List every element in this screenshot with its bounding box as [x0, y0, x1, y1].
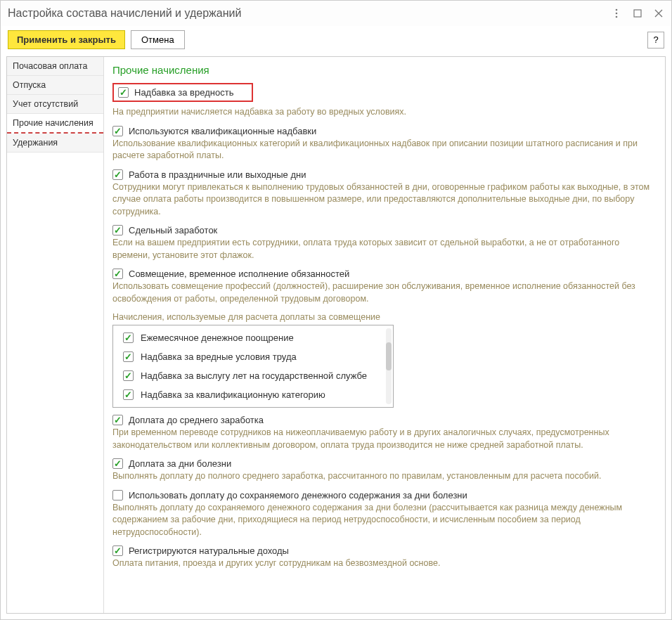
- natural-desc: Оплата питания, проезда и других услуг с…: [112, 557, 657, 570]
- hazard-desc: На предприятии начисляется надбавка за р…: [112, 106, 657, 119]
- holiday-label: Работа в праздничные или выходные дни: [129, 169, 306, 180]
- piecework-desc: Если на вашем предприятии есть сотрудник…: [112, 237, 657, 261]
- main-body: Почасовая оплата Отпуска Учет отсутствий…: [6, 56, 666, 614]
- sidebar-item-deductions[interactable]: Удержания: [7, 134, 103, 153]
- sidebar-item-hourly[interactable]: Почасовая оплата: [7, 57, 103, 76]
- sick-desc: Выполнять доплату до полного среднего за…: [112, 470, 657, 483]
- list-item[interactable]: Надбавка за выслугу лет на государственн…: [113, 366, 393, 385]
- svg-point-2: [616, 16, 618, 18]
- close-icon[interactable]: [653, 8, 664, 19]
- avg-checkbox[interactable]: [112, 415, 123, 425]
- list-checkbox[interactable]: [123, 351, 134, 362]
- avg-row: Доплата до среднего заработка: [112, 415, 657, 425]
- section-title: Прочие начисления: [112, 64, 657, 76]
- natural-row: Регистрируются натуральные доходы: [112, 545, 657, 556]
- list-item-label: Надбавка за квалификационную категорию: [141, 389, 325, 400]
- apply-close-button[interactable]: Применить и закрыть: [8, 30, 125, 49]
- combine-checkbox[interactable]: [112, 269, 123, 279]
- sidebar-item-absence[interactable]: Учет отсутствий: [7, 95, 103, 114]
- list-checkbox[interactable]: [123, 332, 134, 343]
- avg-desc: При временном переводе сотрудников на ни…: [112, 427, 657, 451]
- window-controls: [611, 8, 664, 19]
- toolbar: Применить и закрыть Отмена ?: [1, 26, 671, 56]
- avg-label: Доплата до среднего заработка: [129, 415, 264, 425]
- sick-keep-checkbox[interactable]: [112, 490, 123, 500]
- sick-keep-desc: Выполнять доплату до сохраняемого денежн…: [112, 502, 657, 539]
- maximize-icon[interactable]: [632, 8, 643, 19]
- kebab-icon[interactable]: [611, 8, 622, 19]
- list-item[interactable]: Надбавка за вредные условия труда: [113, 347, 393, 366]
- scroll-thumb[interactable]: [386, 342, 392, 370]
- svg-rect-3: [634, 10, 641, 17]
- listbox-inner: Ежемесячное денежное поощрение Надбавка …: [113, 325, 393, 407]
- list-checkbox[interactable]: [123, 389, 134, 400]
- list-item-label: Надбавка за вредные условия труда: [141, 351, 297, 362]
- sick-keep-label: Использовать доплату до сохраняемого ден…: [129, 490, 467, 500]
- listbox-scrollbar[interactable]: [386, 328, 392, 404]
- hazard-checkbox[interactable]: [118, 87, 129, 98]
- combine-label: Совмещение, временное исполнение обязанн…: [129, 269, 349, 279]
- list-item-label: Надбавка за выслугу лет на государственн…: [141, 370, 367, 381]
- sick-label: Доплата за дни болезни: [129, 458, 231, 469]
- combine-subhead: Начисления, используемые для расчета доп…: [112, 312, 657, 322]
- natural-label: Регистрируются натуральные доходы: [129, 545, 289, 556]
- window-title: Настройка состава начислений и удержаний: [8, 7, 611, 20]
- sick-checkbox[interactable]: [112, 458, 123, 469]
- qualification-label: Используются квалификационные надбавки: [129, 126, 316, 136]
- sidebar-item-other[interactable]: Прочие начисления: [7, 114, 103, 134]
- list-item-label: Ежемесячное денежное поощрение: [141, 332, 294, 343]
- piecework-row: Сдельный заработок: [112, 225, 657, 235]
- holiday-row: Работа в праздничные или выходные дни: [112, 169, 657, 180]
- svg-point-1: [616, 13, 618, 15]
- combine-row: Совмещение, временное исполнение обязанн…: [112, 269, 657, 279]
- piecework-label: Сдельный заработок: [129, 225, 217, 235]
- cancel-button[interactable]: Отмена: [131, 30, 185, 49]
- combine-listbox[interactable]: Ежемесячное денежное поощрение Надбавка …: [112, 325, 394, 408]
- sick-row: Доплата за дни болезни: [112, 458, 657, 469]
- settings-window: Настройка состава начислений и удержаний…: [0, 0, 672, 620]
- natural-checkbox[interactable]: [112, 545, 123, 556]
- sidebar: Почасовая оплата Отпуска Учет отсутствий…: [7, 57, 104, 613]
- svg-point-0: [616, 9, 618, 11]
- content-panel: Прочие начисления Надбавка за вредность …: [104, 57, 665, 613]
- combine-desc: Использовать совмещение профессий (должн…: [112, 280, 657, 305]
- titlebar: Настройка состава начислений и удержаний: [1, 1, 671, 26]
- list-item[interactable]: Ежемесячное денежное поощрение: [113, 328, 393, 347]
- list-checkbox[interactable]: [123, 370, 134, 381]
- holiday-checkbox[interactable]: [112, 169, 123, 180]
- sick-keep-row: Использовать доплату до сохраняемого ден…: [112, 490, 657, 500]
- hazard-bonus-row: Надбавка за вредность: [112, 83, 253, 102]
- list-item[interactable]: Надбавка за квалификационную категорию: [113, 385, 393, 404]
- piecework-checkbox[interactable]: [112, 225, 123, 235]
- hazard-label: Надбавка за вредность: [134, 87, 233, 98]
- sidebar-item-vacations[interactable]: Отпуска: [7, 76, 103, 95]
- qualification-checkbox[interactable]: [112, 126, 123, 136]
- holiday-desc: Сотрудники могут привлекаться к выполнен…: [112, 181, 657, 219]
- help-button[interactable]: ?: [647, 32, 664, 49]
- qualification-desc: Использование квалификационных категорий…: [112, 138, 657, 162]
- qualification-row: Используются квалификационные надбавки: [112, 126, 657, 136]
